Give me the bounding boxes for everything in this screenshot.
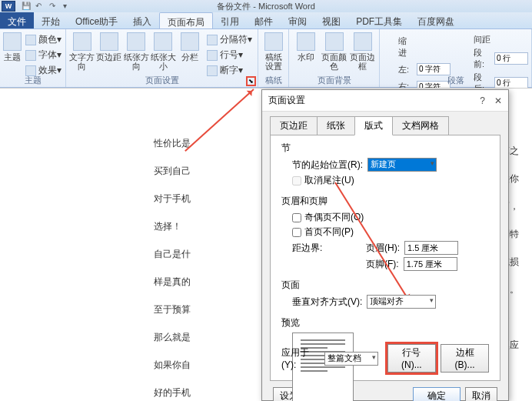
- group-background: 水印 页面颜色 页面边框 页面背景: [289, 29, 380, 87]
- page-fieldset: 页面 垂直对齐方式(V): 顶端对齐: [281, 279, 489, 309]
- breaks-label: 分隔符▾: [220, 33, 252, 46]
- columns-label: 分栏: [181, 52, 198, 62]
- size-icon: [154, 32, 172, 51]
- ribbon: 主题 颜色▾ 字体▾ 效果▾ 主题 文字方向 页边距 纸张方向 纸张大小 分栏 …: [0, 29, 532, 88]
- themes-icon: [3, 32, 22, 51]
- paper-label: 稿纸设置: [261, 52, 285, 71]
- group-background-label: 页面背景: [289, 75, 379, 86]
- page-border-label: 页面边框: [349, 52, 376, 71]
- tab-references[interactable]: 引用: [213, 12, 247, 28]
- odd-even-checkbox[interactable]: [292, 213, 301, 222]
- line-numbers-dialog-button[interactable]: 行号(N)...: [387, 344, 436, 373]
- tab-mail[interactable]: 邮件: [247, 12, 281, 28]
- tab-home[interactable]: 开始: [34, 12, 68, 28]
- dialog-tab-paper[interactable]: 纸张: [317, 116, 355, 135]
- first-page-checkbox[interactable]: [292, 228, 301, 237]
- size-label: 纸张大小: [151, 52, 176, 71]
- apply-to-select[interactable]: 整篇文档: [324, 352, 378, 366]
- first-page-label: 首页不同(P): [304, 226, 354, 239]
- quick-access-toolbar: 💾 ↶ ↷ ▾: [22, 2, 72, 11]
- theme-fonts-button[interactable]: 字体▾: [23, 48, 64, 62]
- header-footer-fieldset: 页眉和页脚 奇偶页不同(O) 首页不同(P) 距边界: 页眉(H): 页脚(F)…: [281, 195, 489, 271]
- tab-insert[interactable]: 插入: [125, 12, 159, 28]
- watermark-label: 水印: [298, 52, 314, 62]
- dialog-body: 节 节的起始位置(R): 新建页 取消尾注(U) 页眉和页脚 奇偶页不同(O) …: [270, 135, 500, 381]
- page-setup-launcher[interactable]: ⬊: [246, 76, 256, 86]
- suppress-endnotes-checkbox: [292, 176, 301, 185]
- line-numbers-button[interactable]: 行号▾: [204, 48, 254, 62]
- page-color-icon: [325, 32, 344, 51]
- footer-distance-input[interactable]: [404, 257, 457, 271]
- group-paper-label: 稿纸: [258, 75, 288, 86]
- section-legend: 节: [281, 142, 489, 155]
- section-fieldset: 节 节的起始位置(R): 新建页 取消尾注(U): [281, 142, 489, 187]
- dialog-tabs: 页边距 纸张 版式 文档网格: [262, 112, 508, 135]
- tab-office[interactable]: Office助手: [68, 12, 125, 28]
- margins-label: 页边距: [96, 52, 121, 62]
- section-start-label: 节的起始位置(R):: [292, 159, 363, 172]
- hf-legend: 页眉和页脚: [281, 195, 489, 208]
- columns-icon: [181, 32, 199, 51]
- tab-view[interactable]: 视图: [314, 12, 348, 28]
- close-icon[interactable]: ✕: [494, 95, 502, 106]
- tab-baidu[interactable]: 百度网盘: [410, 12, 462, 28]
- margins-icon: [100, 32, 118, 51]
- group-paragraph: 缩进 左: 右: 间距 段前: 段后: 段落: [380, 29, 532, 87]
- header-distance-label: 页眉(H):: [366, 242, 400, 255]
- group-page-setup-label: 页面设置: [66, 75, 258, 86]
- line-numbers-icon: [207, 50, 218, 61]
- tab-page-layout[interactable]: 页面布局: [159, 12, 213, 28]
- breaks-button[interactable]: 分隔符▾: [204, 32, 254, 47]
- qat-dropdown-icon[interactable]: ▾: [63, 2, 72, 11]
- spacing-header: 间距: [474, 34, 491, 45]
- apply-row: 应用于(Y): 整篇文档 行号(N)... 边框(B)...: [281, 344, 489, 373]
- themes-label: 主题: [4, 52, 21, 62]
- group-page-setup: 文字方向 页边距 纸张方向 纸张大小 分栏 分隔符▾ 行号▾ 断字▾ 页面设置 …: [66, 29, 258, 87]
- spacing-before-input[interactable]: [494, 52, 528, 65]
- watermark-icon: [297, 32, 315, 51]
- dialog-titlebar[interactable]: 页面设置 ? ✕: [262, 90, 508, 112]
- word-icon: W: [2, 1, 15, 12]
- group-paragraph-label: 段落: [380, 75, 531, 86]
- colors-label: 颜色▾: [38, 33, 62, 46]
- apply-to-label: 应用于(Y):: [281, 346, 320, 370]
- text-direction-icon: [73, 32, 91, 51]
- spacing-before-label: 段前:: [474, 47, 491, 70]
- indent-header: 缩进: [398, 35, 414, 58]
- page-border-icon: [354, 32, 372, 51]
- fonts-icon: [25, 50, 36, 61]
- borders-dialog-button[interactable]: 边框(B)...: [441, 344, 489, 373]
- breaks-icon: [207, 35, 218, 45]
- page-color-label: 页面颜色: [321, 52, 347, 71]
- paper-icon: [264, 32, 283, 51]
- valign-label: 垂直对齐方式(V):: [292, 296, 362, 309]
- window-title: 备份文件 - Microsoft Word: [217, 1, 315, 12]
- orientation-label: 纸张方向: [123, 52, 148, 71]
- titlebar: W 💾 ↶ ↷ ▾ 备份文件 - Microsoft Word: [0, 0, 532, 12]
- dialog-title: 页面设置: [268, 94, 305, 107]
- page-setup-dialog: 页面设置 ? ✕ 页边距 纸张 版式 文档网格 节 节的起始位置(R): 新建页…: [261, 89, 509, 401]
- suppress-endnotes-label: 取消尾注(U): [304, 174, 354, 187]
- dialog-tab-grid[interactable]: 文档网格: [392, 116, 449, 135]
- preview-legend: 预览: [281, 316, 489, 329]
- section-start-select[interactable]: 新建页: [367, 158, 437, 172]
- colors-icon: [25, 35, 36, 45]
- undo-icon[interactable]: ↶: [35, 2, 45, 11]
- tab-pdf[interactable]: PDF工具集: [348, 12, 410, 28]
- valign-select[interactable]: 顶端对齐: [367, 295, 436, 309]
- page-legend: 页面: [281, 279, 489, 292]
- distance-label: 距边界:: [292, 242, 361, 255]
- dialog-tab-layout[interactable]: 版式: [354, 116, 393, 135]
- help-icon[interactable]: ?: [480, 95, 485, 106]
- tab-review[interactable]: 审阅: [281, 12, 314, 28]
- theme-colors-button[interactable]: 颜色▾: [23, 32, 64, 47]
- dialog-tab-margins[interactable]: 页边距: [270, 116, 318, 135]
- spacing-before-icon: [461, 54, 470, 63]
- orientation-icon: [127, 32, 145, 51]
- redo-icon[interactable]: ↷: [49, 2, 58, 11]
- tab-file[interactable]: 文件: [0, 12, 34, 28]
- save-icon[interactable]: 💾: [22, 2, 31, 11]
- group-paper: 稿纸设置 稿纸: [258, 29, 289, 87]
- header-distance-input[interactable]: [404, 241, 458, 255]
- ribbon-tabs: 文件 开始 Office助手 插入 页面布局 引用 邮件 审阅 视图 PDF工具…: [0, 12, 532, 29]
